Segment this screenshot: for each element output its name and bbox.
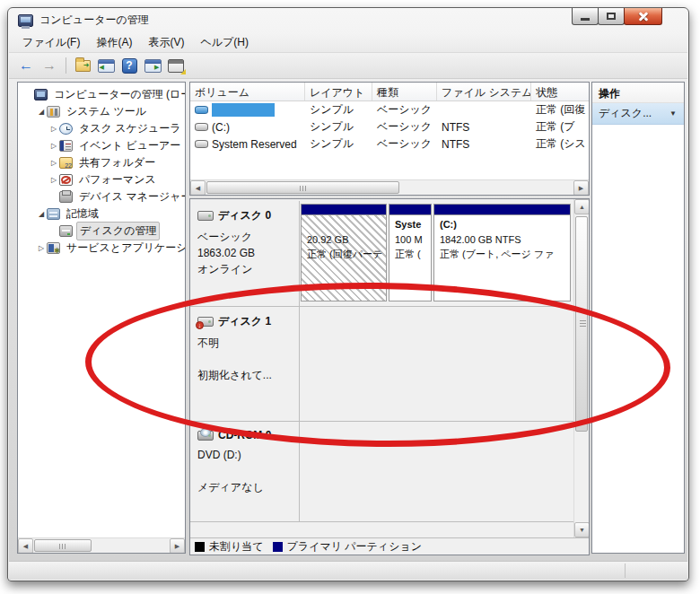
partition-title	[307, 219, 381, 232]
menubar: ファイル(F)操作(A)表示(V)ヘルプ(H)	[9, 32, 687, 53]
tree-horizontal-scrollbar[interactable]: ◀ ▶	[18, 537, 185, 553]
scroll-left-button[interactable]: ◀	[190, 180, 206, 196]
computer-icon	[34, 89, 48, 100]
disk-title-label: CD-ROM 0	[218, 429, 271, 441]
menu-item-0[interactable]: ファイル(F)	[14, 32, 88, 53]
sidebar-item-label: サービスとアプリケーショ	[64, 240, 186, 257]
sidebar-item-services-apps[interactable]: ▷サービスとアプリケーショ	[18, 240, 185, 257]
sidebar-item-label: システム ツール	[64, 103, 149, 120]
disk-label-disk-1[interactable]: ↓ディスク 1不明初期化されて...	[190, 307, 300, 421]
toolbar-button-action-pane-toggle-icon[interactable]	[142, 56, 163, 76]
scroll-thumb[interactable]	[575, 216, 588, 432]
table-row-volume-system-reserved[interactable]: System ReservedシンプルベーシックNTFS正常 (シス	[190, 135, 589, 153]
expander-icon[interactable]: ▷	[48, 142, 59, 150]
expander-icon[interactable]: ▷	[48, 176, 59, 184]
tools-icon	[47, 106, 60, 118]
partition-size: 1842.00 GB NTFS	[440, 232, 565, 247]
scroll-thumb[interactable]	[34, 539, 92, 552]
column-header-4[interactable]: 状態	[531, 83, 590, 100]
maximize-icon	[607, 13, 616, 20]
volume-list-header: ボリュームレイアウト種類ファイル システム状態	[190, 83, 589, 101]
actions-pane: 操作 ディスク... ▼	[591, 82, 685, 554]
volume-cell: ベーシック	[372, 136, 437, 152]
events-icon	[59, 140, 73, 152]
redaction-box	[212, 103, 275, 117]
partition-size: 20.92 GB	[307, 232, 381, 247]
sidebar-item-computer-management[interactable]: コンピューターの管理 (ローカ	[18, 86, 185, 103]
caption-buttons	[573, 8, 662, 25]
scroll-right-button[interactable]: ▶	[170, 538, 185, 554]
disk-label-disk-0[interactable]: ディスク 0ベーシック1863.02 GBオンライン	[190, 201, 300, 306]
partition-title: (C:)	[440, 219, 565, 232]
sidebar-item-device-manager[interactable]: デバイス マネージャー	[18, 188, 185, 205]
column-header-1[interactable]: レイアウト	[305, 83, 372, 100]
partition-area	[300, 422, 574, 521]
disk-info-line	[197, 463, 293, 479]
toolbar-button-back-icon[interactable]: ←	[15, 56, 37, 76]
forward-icon: →	[42, 58, 57, 73]
sidebar-item-performance[interactable]: ▷パフォーマンス	[18, 171, 185, 188]
toolbar-button-console-tree-toggle-icon[interactable]	[95, 56, 117, 76]
scroll-down-button[interactable]: ▼	[574, 522, 590, 537]
disk-info-line: 不明	[197, 335, 293, 351]
sidebar-item-disk-management[interactable]: ディスクの管理	[18, 223, 185, 240]
disk-row-disk-0: ディスク 0ベーシック1863.02 GBオンライン20.92 GB正常 (回復…	[190, 201, 574, 307]
scroll-right-button[interactable]: ▶	[573, 180, 589, 196]
minimize-button[interactable]	[572, 8, 599, 25]
sidebar-item-task-scheduler[interactable]: ▷タスク スケジューラ	[18, 120, 185, 137]
volume-icon	[195, 106, 208, 114]
partition-text: Syste100 M正常 (	[389, 215, 431, 261]
scroll-thumb[interactable]	[206, 181, 399, 194]
disk-info-line: オンライン	[197, 261, 293, 277]
sidebar-item-label: 記憶域	[64, 205, 101, 223]
volume-cell: シンプル	[305, 136, 372, 152]
menu-item-1[interactable]: 操作(A)	[88, 32, 140, 53]
menu-item-3[interactable]: ヘルプ(H)	[192, 32, 257, 53]
disk-title: CD-ROM 0	[197, 429, 293, 441]
disk-graphical-pane: ディスク 0ベーシック1863.02 GBオンライン20.92 GB正常 (回復…	[189, 198, 590, 555]
expander-icon[interactable]: ◢	[36, 210, 47, 218]
toolbar-button-help-icon[interactable]: ?	[118, 56, 140, 76]
storage-icon	[47, 208, 60, 220]
partition-part-c[interactable]: (C:)1842.00 GB NTFS正常 (ブート, ページ ファ	[433, 204, 571, 301]
volume-cell: 正常 (回復	[531, 102, 590, 118]
expander-icon[interactable]: ▷	[48, 125, 59, 133]
console-tree-pane: コンピューターの管理 (ローカ◢システム ツール▷タスク スケジューラ▷イベント…	[17, 82, 186, 554]
sidebar-item-system-tools[interactable]: ◢システム ツール	[18, 103, 185, 120]
actions-disk-menu[interactable]: ディスク... ▼	[592, 103, 684, 125]
toolbar-button-up-folder-icon[interactable]	[72, 56, 93, 76]
expander-icon[interactable]: ▷	[48, 159, 59, 167]
expander-icon[interactable]: ◢	[36, 108, 47, 116]
scroll-up-button[interactable]: ▲	[574, 199, 590, 214]
toolbar-button-console-window-icon[interactable]	[165, 56, 187, 76]
scroll-left-button[interactable]: ◀	[18, 538, 33, 554]
sidebar-item-storage[interactable]: ◢記憶域	[18, 205, 185, 223]
disk-label-cdrom-0[interactable]: CD-ROM 0DVD (D:)メディアなし	[190, 422, 300, 521]
sidebar-item-event-viewer[interactable]: ▷イベント ビューアー	[18, 137, 185, 154]
actions-header: 操作	[592, 83, 684, 103]
partition-title: Syste	[395, 219, 426, 232]
table-row-volume-c[interactable]: (C:)シンプルベーシックNTFS正常 (ブ	[190, 118, 589, 135]
expander-icon[interactable]: ▷	[36, 244, 47, 252]
partition-status: 正常 (回復パーテ	[307, 247, 381, 261]
column-header-0[interactable]: ボリューム	[190, 83, 305, 100]
sidebar-item-shared-folders[interactable]: ▷共有フォルダー	[18, 154, 185, 171]
volume-name-cell: (C:)	[190, 121, 305, 134]
partition-part-recovery[interactable]: 20.92 GB正常 (回復パーテ	[301, 204, 387, 301]
partition-part-system-reserved[interactable]: Syste100 M正常 (	[389, 204, 432, 301]
volume-list-pane: ボリュームレイアウト種類ファイル システム状態 シンプルベーシック正常 (回復(…	[189, 82, 590, 196]
column-header-3[interactable]: ファイル システム	[437, 83, 531, 100]
legend-item: プライマリ パーティション	[273, 539, 422, 555]
close-button[interactable]	[624, 8, 662, 25]
disk-row-cdrom-0: CD-ROM 0DVD (D:)メディアなし	[190, 422, 574, 522]
graph-vertical-scrollbar[interactable]: ▲ ▼	[573, 199, 589, 537]
volume-horizontal-scrollbar[interactable]: ◀ ▶	[190, 179, 589, 195]
table-row-volume-redacted[interactable]: シンプルベーシック正常 (回復	[190, 101, 589, 118]
menu-item-2[interactable]: 表示(V)	[140, 32, 192, 53]
sidebar-item-label: ディスクの管理	[76, 222, 160, 240]
disk-info-line: 1863.02 GB	[197, 245, 293, 261]
column-header-2[interactable]: 種類	[372, 83, 437, 100]
disk-title-label: ディスク 1	[218, 314, 271, 329]
maximize-button[interactable]	[598, 8, 625, 25]
toolbar-button-forward-icon[interactable]: →	[39, 56, 60, 76]
